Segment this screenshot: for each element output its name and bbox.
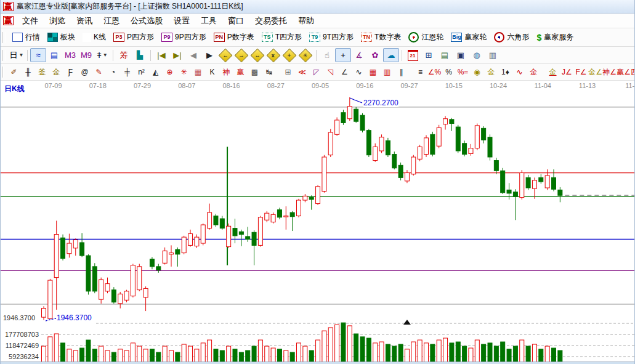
- tool-chip-tool-button[interactable]: 筹: [116, 48, 132, 62]
- tool-crosshair-button[interactable]: +: [335, 48, 351, 62]
- menu-item-2[interactable]: 资讯: [71, 14, 98, 28]
- draw-wave-curve-button[interactable]: ∿: [512, 66, 527, 79]
- toolbar-sectors-button[interactable]: 板块: [44, 30, 79, 44]
- draw-box-select-button[interactable]: ⊞: [281, 66, 295, 79]
- toolbar-winner-wheel-button[interactable]: Big赢家轮: [447, 30, 490, 44]
- tool-notes-button[interactable]: ▤: [437, 48, 453, 62]
- draw-trend-angle-button[interactable]: ∠: [338, 66, 352, 79]
- tool-expand-all-button[interactable]: ✳: [297, 48, 313, 62]
- menu-item-5[interactable]: 设置: [168, 14, 195, 28]
- draw-time-ticks-button[interactable]: ╪: [120, 66, 134, 79]
- draw-star-rays-button[interactable]: ✳: [177, 66, 191, 79]
- tool-shift-left-button[interactable]: ←: [217, 48, 233, 62]
- draw-f-angle-button[interactable]: F∠: [574, 66, 588, 79]
- draw-golden-line-button[interactable]: 金: [484, 66, 498, 79]
- draw-time-division-button[interactable]: ╫: [21, 66, 35, 79]
- draw-golden-circle-button[interactable]: ◉: [470, 66, 484, 79]
- draw-ying-angle-button[interactable]: 赢∠: [617, 66, 631, 79]
- draw-gold-angle-button[interactable]: 金∠: [588, 66, 602, 79]
- draw-gann-grid-button[interactable]: ◹: [323, 66, 338, 79]
- draw-range-measure-button[interactable]: ↹: [262, 66, 276, 79]
- tool-gann-flower-button[interactable]: ✿: [367, 48, 383, 62]
- draw-mirror-angle-button[interactable]: ◭: [148, 66, 163, 79]
- draw-k-mark-button[interactable]: K: [205, 66, 219, 79]
- tool-nav-prev-button[interactable]: ◀: [185, 48, 201, 62]
- tool-trade-cart-button[interactable]: ▥: [485, 48, 501, 62]
- draw-marker-pen-button[interactable]: ✐: [7, 66, 21, 79]
- draw-spiral-button[interactable]: @: [78, 66, 92, 79]
- tool-period-day-button[interactable]: 日▼: [9, 48, 25, 62]
- toolbar-p-square-button[interactable]: P3P四方形: [110, 30, 158, 44]
- menu-item-0[interactable]: 文件: [17, 14, 44, 28]
- draw-red-marker-button[interactable]: ✎: [92, 66, 106, 79]
- draw-percent-wave-button[interactable]: ∠%: [427, 66, 442, 79]
- draw-price-scale-button[interactable]: ≡: [413, 66, 427, 79]
- tool-nav-last-button[interactable]: ▶|: [169, 48, 185, 62]
- draw-red-grid-b-button[interactable]: ▥: [380, 66, 394, 79]
- toolbar-t-square-button[interactable]: TST四方形: [258, 30, 305, 44]
- tool-angle-measure-button[interactable]: ∡: [351, 48, 367, 62]
- draw-gold-underline-button[interactable]: 金: [546, 66, 560, 79]
- draw-percent-button[interactable]: %: [442, 66, 456, 79]
- draw-shen-angle-button[interactable]: 神∠: [602, 66, 617, 79]
- draw-unit-diamond-button[interactable]: 1♦: [498, 66, 512, 79]
- tool-nav-next-button[interactable]: ▶: [201, 48, 217, 62]
- draw-number-grid-button[interactable]: ▩: [248, 66, 262, 79]
- tool-info-panel-button[interactable]: ▤: [46, 48, 62, 62]
- menu-item-7[interactable]: 窗口: [222, 14, 249, 28]
- draw-j-angle-button[interactable]: J∠: [560, 66, 574, 79]
- draw-gold-channel-button[interactable]: 金: [527, 66, 541, 79]
- draw-fan-red-button[interactable]: ≪: [295, 66, 309, 79]
- tool-save-button[interactable]: ▣: [453, 48, 469, 62]
- tool-nav-first-button[interactable]: |◀: [153, 48, 169, 62]
- tool-candle-style-button[interactable]: ǂ▼: [94, 48, 110, 62]
- tool-zigzag-tool-button[interactable]: ≈: [30, 48, 46, 62]
- draw-ying-tool-button[interactable]: 赢: [233, 66, 248, 79]
- tool-compress-view-button[interactable]: x: [265, 48, 281, 62]
- draw-fibonacci-t-button[interactable]: Ƒ: [63, 66, 78, 79]
- candle-style-dropdown-icon[interactable]: ▼: [103, 53, 108, 58]
- draw-percent-line-button[interactable]: %=: [456, 66, 470, 79]
- menu-item-4[interactable]: 公式选股: [125, 14, 168, 28]
- draw-time-cycle-button[interactable]: ◔: [106, 66, 120, 79]
- draw-square-of-nine-button[interactable]: n²: [134, 66, 148, 79]
- draw-si-angle-button[interactable]: 四∠: [631, 66, 635, 79]
- tool-shift-right-button[interactable]: →: [233, 48, 249, 62]
- toolbar-p-number-table-button[interactable]: PNP数字表: [210, 30, 258, 44]
- draw-shen-tool-button[interactable]: 神: [219, 66, 233, 79]
- draw-red-grid-a-button[interactable]: ▦: [366, 66, 380, 79]
- chart-area[interactable]: 07-0907-1807-2908-0708-1608-2709-0509-16…: [1, 81, 635, 364]
- toolbar-gann-wheel-button[interactable]: 江恩轮: [405, 30, 447, 44]
- tool-calculator-button[interactable]: ⊞: [421, 48, 437, 62]
- draw-gann-box-button[interactable]: ◸: [309, 66, 323, 79]
- menu-item-9[interactable]: 帮助: [293, 14, 320, 28]
- toolbar-9t-square-button[interactable]: T99T四方形: [305, 30, 357, 44]
- toolbar-9p-square-button[interactable]: P99P四方形: [158, 30, 210, 44]
- tool-expand-horizontal-button[interactable]: ↔: [249, 48, 265, 62]
- menu-item-3[interactable]: 江恩: [98, 14, 125, 28]
- draw-price-grid-button[interactable]: ▦: [191, 66, 205, 79]
- draw-golden-section-h-button[interactable]: 釜: [35, 66, 49, 79]
- tool-calendar-button[interactable]: 21: [405, 48, 421, 62]
- menu-item-6[interactable]: 工具: [195, 14, 222, 28]
- draw-golden-section-v-button[interactable]: 金: [49, 66, 63, 79]
- draw-parallel-lines-button[interactable]: ∥: [394, 66, 408, 79]
- tool-profile-histogram-button[interactable]: ▙: [132, 48, 148, 62]
- toolbar-quotes-button[interactable]: 行情: [9, 30, 44, 44]
- toolbar-kline-button[interactable]: K线: [79, 30, 110, 44]
- draw-gann-center-button[interactable]: ⊕: [163, 66, 177, 79]
- toolbar-hexagon-button[interactable]: 六角形: [490, 30, 533, 44]
- menu-item-1[interactable]: 浏览: [44, 14, 71, 28]
- period-day-dropdown-icon[interactable]: ▼: [19, 53, 24, 58]
- tool-wave-9-button[interactable]: M9: [78, 48, 94, 62]
- tool-smart-cloud-button[interactable]: ☁: [383, 48, 399, 62]
- tool-wave-3-button[interactable]: M3: [62, 48, 78, 62]
- tool-pan-hand-button[interactable]: ☝: [319, 48, 335, 62]
- draw-zigzag-wave-button[interactable]: ∿: [352, 66, 366, 79]
- tool-expand-view-button[interactable]: +: [281, 48, 297, 62]
- toolbar-winner-service-button[interactable]: $赢家服务: [533, 30, 577, 44]
- volume-bar: [424, 343, 429, 363]
- menu-item-8[interactable]: 交易委托: [249, 14, 293, 28]
- toolbar-t-number-table-button[interactable]: TNT数字表: [357, 30, 405, 44]
- tool-export-web-button[interactable]: ◍: [469, 48, 485, 62]
